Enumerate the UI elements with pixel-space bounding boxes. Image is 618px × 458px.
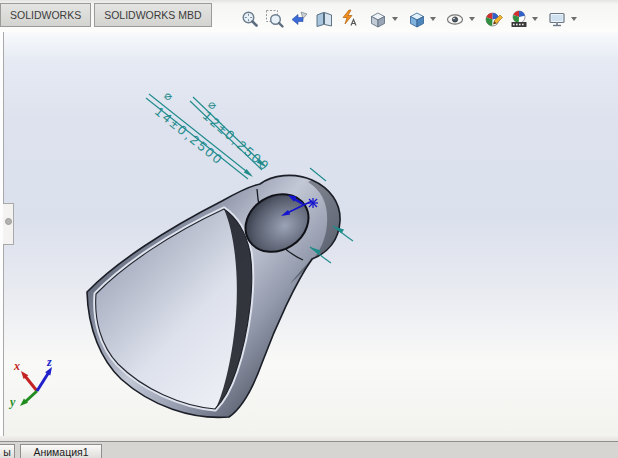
triad-x-axis: x <box>13 359 37 391</box>
section-view-icon <box>315 9 335 29</box>
motion-manager-bar: ы Анимация1 <box>0 441 618 458</box>
hide-show-items-button[interactable] <box>444 8 466 30</box>
document-tabs: SOLIDWORKS SOLIDWORKS MBD <box>0 3 215 27</box>
view-settings-button[interactable] <box>546 8 568 30</box>
model-scene: ⌀ 14±0,2500 ⌀ 12±0,2500 <box>0 0 618 458</box>
apply-scene-dropdown[interactable] <box>532 17 538 21</box>
triad-y-label: y <box>8 395 16 409</box>
handle-dot-icon <box>5 218 12 225</box>
tab-solidworks[interactable]: SOLIDWORKS <box>0 3 91 27</box>
zoom-to-fit-button[interactable] <box>239 8 261 30</box>
zoom-to-area-icon <box>265 9 285 29</box>
dimension-12-text[interactable]: 12±0,2500 <box>200 108 273 174</box>
display-style-button[interactable] <box>406 8 428 30</box>
view-orientation-button[interactable] <box>367 8 389 30</box>
hide-show-items-dropdown[interactable] <box>469 17 475 21</box>
annotation-views-icon <box>340 9 360 29</box>
orientation-triad: x y z <box>8 355 52 409</box>
edit-appearance-icon <box>484 9 504 29</box>
previous-view-icon <box>290 9 310 29</box>
view-orientation-dropdown[interactable] <box>392 17 398 21</box>
view-settings-icon <box>547 9 567 29</box>
solidworks-window: ⌀ 14±0,2500 ⌀ 12±0,2500 <box>0 0 618 458</box>
hide-show-items-icon <box>445 9 465 29</box>
display-style-dropdown[interactable] <box>430 17 436 21</box>
previous-view-button[interactable] <box>289 8 311 30</box>
tab-model-partial[interactable]: ы <box>0 444 15 458</box>
heads-up-toolbar <box>237 7 580 31</box>
annotation-views-button[interactable] <box>339 8 361 30</box>
tab-solidworks-mbd[interactable]: SOLIDWORKS MBD <box>94 3 211 27</box>
display-style-icon <box>407 9 427 29</box>
edit-appearance-button[interactable] <box>483 8 505 30</box>
zoom-to-fit-icon <box>240 9 260 29</box>
apply-scene-button[interactable] <box>508 8 530 30</box>
diameter-symbol: ⌀ <box>161 88 175 103</box>
apply-scene-icon <box>509 9 529 29</box>
triad-y-axis: y <box>8 391 37 409</box>
section-view-button[interactable] <box>314 8 336 30</box>
tab-animation1[interactable]: Анимация1 <box>20 444 102 458</box>
asterisk-handle[interactable] <box>308 198 318 208</box>
triad-x-label: x <box>13 359 20 373</box>
triad-z-label: z <box>46 355 52 369</box>
flask-model[interactable] <box>87 175 340 417</box>
dimension-12[interactable]: ⌀ 12±0,2500 <box>190 97 326 181</box>
view-orientation-icon <box>368 9 388 29</box>
zoom-to-area-button[interactable] <box>264 8 286 30</box>
triad-z-axis: z <box>37 355 52 391</box>
view-settings-dropdown[interactable] <box>571 17 577 21</box>
panel-expand-handle[interactable] <box>3 203 14 245</box>
